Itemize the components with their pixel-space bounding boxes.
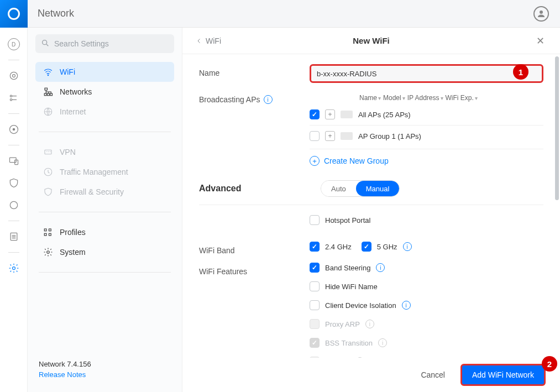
hotspot-label: Hotspot Portal	[325, 216, 370, 224]
settings-sidebar: WiFi Networks Internet VPN Traffic Manag…	[28, 28, 182, 392]
nav-label: Firewall & Security	[60, 187, 124, 196]
svg-rect-15	[44, 93, 46, 96]
rail-security-icon[interactable]	[4, 173, 24, 193]
ap-table-header: Name ▾ Model ▾ IP Address ▾ WiFi Exp. ▾	[310, 91, 543, 106]
segment-manual[interactable]: Manual	[356, 181, 400, 196]
rail-topology-icon[interactable]	[4, 66, 24, 86]
ap-device-icon	[341, 132, 353, 140]
band-5-checkbox[interactable]	[362, 242, 371, 252]
rail-radios-icon[interactable]	[4, 119, 24, 139]
nav-system[interactable]: System	[35, 242, 174, 262]
annotation-callout-2: 2	[542, 356, 557, 372]
isolation-label: Client Device Isolation	[325, 301, 396, 310]
nav-label: Internet	[60, 107, 86, 116]
search-input[interactable]	[35, 34, 174, 53]
isolation-checkbox[interactable]	[310, 300, 320, 310]
cancel-button[interactable]: Cancel	[414, 366, 452, 384]
expand-icon[interactable]: +	[325, 131, 335, 141]
nav-label: System	[60, 248, 86, 257]
content-pane: WiFi New WiFi ✕ Name Broadcasting APs i …	[182, 28, 560, 392]
ap-group-label: All APs (25 APs)	[358, 111, 411, 119]
hide-name-checkbox[interactable]	[310, 281, 320, 291]
chevron-down-icon: ▾	[475, 95, 478, 101]
band-24-checkbox[interactable]	[310, 242, 320, 252]
svg-rect-23	[49, 229, 51, 231]
chevron-down-icon: ▾	[378, 95, 381, 101]
chevron-left-icon	[196, 38, 202, 44]
band-steering-label: Band Steering	[325, 264, 370, 272]
nav-wifi[interactable]: WiFi	[35, 62, 174, 82]
mode-segment: Auto Manual	[321, 180, 400, 197]
gear-icon	[43, 247, 53, 257]
create-group-label: Create New Group	[324, 156, 389, 165]
svg-point-13	[48, 75, 49, 76]
search-icon	[41, 39, 50, 50]
nav-profiles[interactable]: Profiles	[35, 222, 174, 242]
left-rail: D	[0, 28, 28, 392]
band-5-label: 5 GHz	[377, 243, 397, 251]
hide-name-label: Hide WiFi Name	[325, 283, 378, 291]
annotation-callout-1: 1	[513, 64, 528, 80]
segment-auto[interactable]: Auto	[321, 181, 356, 196]
ap-group-label: AP Group 1 (1 APs)	[358, 132, 421, 140]
info-icon[interactable]: i	[376, 263, 385, 272]
wifi-name-input[interactable]	[310, 64, 543, 83]
close-button[interactable]: ✕	[533, 35, 547, 47]
expand-icon[interactable]: +	[325, 109, 335, 119]
plus-circle-icon: +	[310, 156, 320, 166]
ap-group-row[interactable]: + All APs (25 APs)	[310, 106, 543, 123]
ap-group-row[interactable]: + AP Group 1 (1 APs)	[310, 125, 543, 144]
rail-settings-icon[interactable]	[4, 258, 24, 278]
nav-vpn[interactable]: VPN	[35, 142, 174, 162]
version-text: Network 7.4.156	[39, 360, 171, 368]
content-topbar: WiFi New WiFi ✕	[182, 28, 560, 54]
band-label: WiFi Band	[199, 242, 310, 255]
svg-point-4	[10, 99, 12, 101]
info-icon: i	[365, 320, 374, 328]
name-label: Name	[199, 64, 310, 77]
svg-point-3	[10, 95, 12, 97]
nav-networks[interactable]: Networks	[35, 82, 174, 102]
svg-point-25	[47, 251, 50, 254]
svg-point-11	[12, 267, 15, 270]
svg-rect-14	[45, 88, 48, 90]
profiles-icon	[43, 227, 53, 237]
bss-label: BSS Transition	[325, 339, 373, 347]
svg-point-12	[43, 40, 47, 45]
svg-rect-21	[44, 229, 46, 231]
info-icon[interactable]: i	[403, 242, 412, 251]
ap-group-checkbox[interactable]	[310, 131, 320, 141]
release-notes-link[interactable]: Release Notes	[39, 370, 171, 379]
wifi-icon	[43, 67, 53, 77]
action-bar: Cancel Add WiFi Network	[182, 358, 560, 392]
info-icon: i	[378, 338, 387, 347]
back-label: WiFi	[206, 36, 221, 45]
band-steering-checkbox[interactable]	[310, 263, 320, 273]
svg-point-9	[10, 201, 17, 208]
rail-ports-icon[interactable]	[4, 88, 24, 108]
rail-insights-icon[interactable]	[4, 195, 24, 215]
rail-devices-icon[interactable]	[4, 151, 24, 171]
hotspot-checkbox[interactable]	[310, 215, 320, 225]
features-label: WiFi Features	[199, 263, 310, 276]
info-icon[interactable]: i	[264, 95, 273, 104]
nav-traffic[interactable]: Traffic Management	[35, 162, 174, 182]
nav-internet[interactable]: Internet	[35, 102, 174, 122]
scrollbar-thumb[interactable]	[555, 56, 559, 200]
user-avatar-icon[interactable]	[533, 6, 549, 22]
add-wifi-button[interactable]: Add WiFi Network	[460, 364, 546, 386]
svg-point-6	[13, 128, 14, 130]
svg-point-0	[540, 11, 543, 14]
back-button[interactable]: WiFi	[196, 36, 221, 45]
svg-rect-17	[50, 93, 53, 96]
info-icon[interactable]: i	[402, 301, 411, 310]
header-title: Network	[38, 8, 74, 19]
networks-icon	[43, 87, 53, 97]
nav-firewall[interactable]: Firewall & Security	[35, 182, 174, 202]
svg-rect-24	[49, 233, 51, 236]
rail-logs-icon[interactable]	[4, 227, 24, 247]
ap-group-checkbox[interactable]	[310, 109, 320, 119]
rail-dashboard-icon[interactable]: D	[4, 34, 24, 54]
create-group-button[interactable]: + Create New Group	[310, 149, 543, 166]
globe-icon	[43, 107, 53, 117]
